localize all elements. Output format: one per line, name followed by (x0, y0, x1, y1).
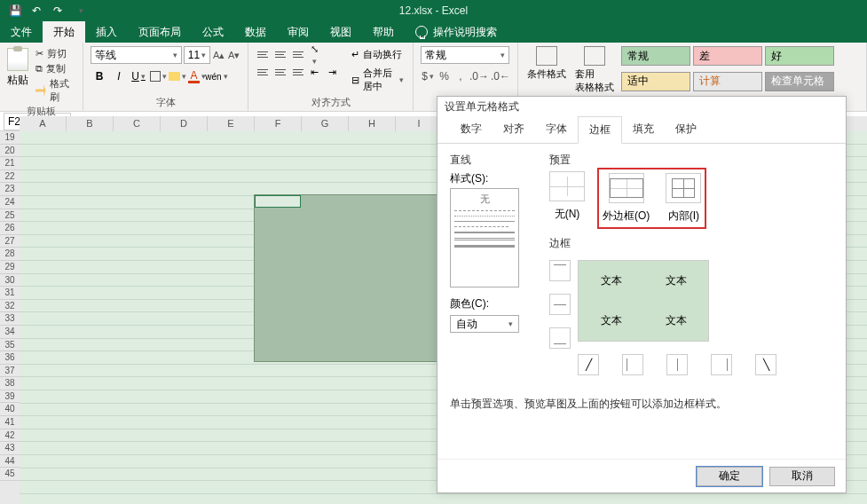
line-color-select[interactable]: 自动▾ (450, 315, 519, 333)
format-table-button[interactable]: 套用 表格格式 (573, 46, 616, 94)
italic-button[interactable]: I (110, 67, 128, 85)
style-neutral[interactable]: 适中 (621, 72, 690, 91)
row-header[interactable]: 39 (0, 390, 20, 404)
line-style-none[interactable]: 无 (454, 193, 515, 206)
fill-color-button[interactable]: ▾ (169, 67, 186, 85)
tab-data[interactable]: 数据 (234, 21, 277, 43)
undo-icon[interactable]: ↶ (30, 4, 43, 17)
column-header[interactable]: D (161, 116, 208, 131)
row-header[interactable]: 29 (0, 261, 20, 274)
row-header[interactable]: 26 (0, 222, 20, 235)
ok-button[interactable]: 确定 (697, 467, 762, 486)
preset-outline-button[interactable]: 外边框(O) (603, 173, 650, 224)
row-header[interactable]: 20 (0, 145, 20, 158)
cell-styles-gallery[interactable]: 常规 差 好 适中 计算 检查单元格 (621, 46, 843, 94)
qat-dropdown-icon[interactable]: ▾ (75, 4, 87, 17)
column-header[interactable]: F (255, 116, 302, 131)
decrease-decimal-button[interactable]: .0← (491, 67, 510, 85)
tab-review[interactable]: 审阅 (277, 21, 319, 43)
border-hmiddle-button[interactable] (549, 294, 571, 315)
row-header[interactable]: 22 (0, 170, 20, 184)
align-center-button[interactable] (273, 64, 289, 80)
tab-file[interactable]: 文件 (0, 21, 43, 43)
dlg-tab-fill[interactable]: 填充 (622, 116, 665, 143)
row-header[interactable]: 37 (0, 365, 20, 378)
row-header[interactable]: 33 (0, 312, 20, 326)
row-header[interactable]: 31 (0, 287, 20, 300)
increase-indent-button[interactable]: ⇥ (327, 64, 343, 80)
redo-icon[interactable]: ↷ (51, 4, 64, 17)
wrap-text-button[interactable]: ↵自动换行 (350, 46, 406, 63)
merge-center-button[interactable]: ⊟合并后居中▾ (350, 65, 406, 95)
row-headers[interactable]: 1920212223242526272829303132333435363738… (0, 131, 20, 504)
line-style-dash[interactable] (454, 210, 515, 211)
row-header[interactable]: 32 (0, 300, 20, 313)
increase-font-button[interactable]: A▴ (212, 46, 225, 64)
row-header[interactable]: 25 (0, 209, 20, 223)
dlg-tab-protect[interactable]: 保护 (665, 116, 707, 143)
style-check[interactable]: 检查单元格 (765, 72, 834, 91)
row-header[interactable]: 41 (0, 416, 20, 429)
border-diag-up-button[interactable]: ╱ (578, 354, 599, 375)
tab-formulas[interactable]: 公式 (192, 21, 234, 43)
row-header[interactable]: 19 (0, 131, 20, 145)
percent-button[interactable]: % (437, 67, 451, 85)
row-header[interactable]: 35 (0, 339, 20, 352)
tab-help[interactable]: 帮助 (362, 21, 405, 43)
line-style-picker[interactable]: 无 (450, 188, 519, 287)
column-header[interactable]: B (67, 116, 114, 131)
dlg-tab-border[interactable]: 边框 (578, 116, 622, 144)
copy-button[interactable]: ⧉复制 (34, 61, 75, 76)
decrease-font-button[interactable]: A▾ (227, 46, 240, 64)
underline-button[interactable]: U▾ (130, 67, 147, 85)
row-header[interactable]: 27 (0, 235, 20, 248)
row-header[interactable]: 36 (0, 351, 20, 365)
column-header[interactable]: C (114, 116, 161, 131)
border-diag-down-button[interactable]: ╲ (755, 354, 776, 375)
tab-layout[interactable]: 页面布局 (128, 21, 192, 43)
bold-button[interactable]: B (91, 67, 108, 85)
column-header[interactable]: A (20, 116, 67, 131)
font-name-select[interactable]: 等线▾ (91, 46, 182, 64)
conditional-format-button[interactable]: 条件格式 (525, 46, 568, 94)
line-style-thin[interactable] (454, 221, 515, 222)
style-bad[interactable]: 差 (693, 46, 762, 66)
border-right-button[interactable] (711, 354, 732, 375)
row-header[interactable]: 42 (0, 429, 20, 443)
align-right-button[interactable] (291, 64, 307, 80)
decrease-indent-button[interactable]: ⇤ (309, 64, 325, 80)
column-header[interactable]: H (349, 116, 396, 131)
orientation-button[interactable]: ⤡▾ (309, 46, 325, 62)
number-format-select[interactable]: 常规▾ (421, 46, 509, 64)
line-style-dot[interactable] (454, 216, 515, 217)
style-calc[interactable]: 计算 (693, 72, 762, 91)
row-header[interactable]: 43 (0, 442, 20, 455)
cancel-button[interactable]: 取消 (769, 467, 835, 486)
column-header[interactable]: E (208, 116, 255, 131)
column-header[interactable]: G (302, 116, 349, 131)
align-middle-button[interactable] (273, 46, 289, 62)
comma-button[interactable]: , (453, 67, 468, 85)
row-header[interactable]: 21 (0, 157, 20, 170)
row-header[interactable]: 44 (0, 455, 20, 469)
increase-decimal-button[interactable]: .0→ (469, 67, 489, 85)
preset-inner-button[interactable]: 内部(I) (666, 173, 701, 224)
paste-button[interactable]: 粘贴 (7, 46, 28, 88)
row-header[interactable]: 28 (0, 248, 20, 261)
line-style-thick[interactable] (454, 245, 515, 248)
border-vmiddle-button[interactable] (666, 354, 688, 375)
font-size-select[interactable]: 11▾ (184, 46, 210, 64)
style-good[interactable]: 好 (765, 46, 834, 66)
dlg-tab-font[interactable]: 字体 (535, 116, 578, 143)
save-icon[interactable]: 💾 (9, 4, 21, 17)
tab-view[interactable]: 视图 (319, 21, 362, 43)
border-button[interactable]: ▾ (149, 67, 167, 85)
line-style-double[interactable] (454, 238, 515, 240)
border-left-button[interactable] (622, 354, 643, 375)
currency-button[interactable]: $▾ (421, 67, 435, 85)
line-style-dash2[interactable] (454, 226, 508, 227)
row-header[interactable]: 45 (0, 468, 20, 481)
style-normal[interactable]: 常规 (621, 46, 690, 66)
phonetic-button[interactable]: wén▾ (208, 67, 225, 85)
preset-none-button[interactable]: 无(N) (549, 171, 585, 225)
